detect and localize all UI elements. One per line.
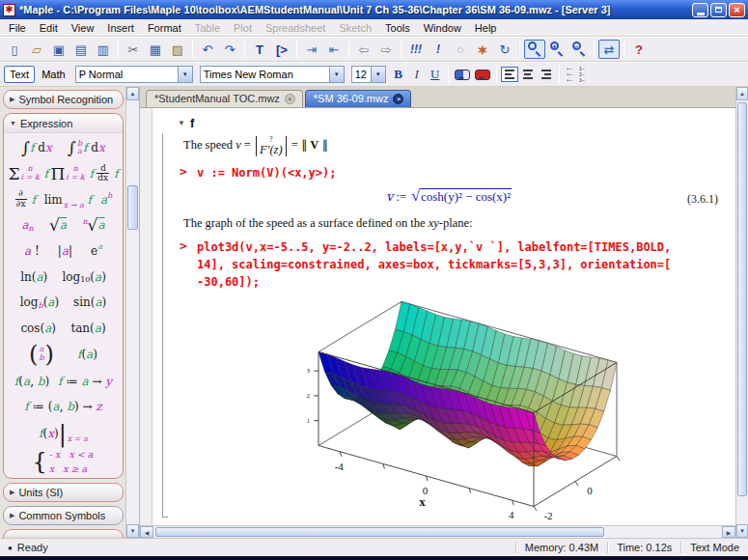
- close-button[interactable]: ×: [729, 3, 745, 17]
- sidebar-scrollbar[interactable]: ▲ ▼: [125, 87, 139, 538]
- tab-studentmanual-toc[interactable]: *StudentManual TOC.mwz×: [146, 90, 303, 107]
- scroll-thumb[interactable]: [127, 185, 138, 230]
- scroll-down-icon[interactable]: ▼: [736, 524, 748, 538]
- panel-expression[interactable]: ▼Expression: [4, 114, 123, 133]
- menu-tools[interactable]: Tools: [378, 21, 417, 35]
- palette-item[interactable]: f(a): [77, 348, 97, 361]
- palette-item[interactable]: ∫baf dx: [68, 138, 105, 157]
- palette-item[interactable]: f(x)|x = a: [39, 420, 88, 447]
- tab-sm-36-09[interactable]: *SM 36-09.mwz×: [305, 90, 412, 107]
- italic-button[interactable]: I: [408, 66, 426, 83]
- insert-maple-input-icon[interactable]: [>: [271, 40, 292, 59]
- close-icon[interactable]: ×: [393, 94, 403, 104]
- menu-file[interactable]: File: [2, 21, 33, 35]
- menu-edit[interactable]: Edit: [33, 21, 65, 35]
- align-center-button[interactable]: [519, 67, 537, 82]
- outdent-icon[interactable]: ⇤: [323, 40, 345, 59]
- panel-common-symbols[interactable]: ▶Common Symbols: [3, 506, 124, 525]
- menu-window[interactable]: Window: [417, 21, 468, 35]
- document[interactable]: ▼ f The speed v = ?F′(z) = ∥ V ∥ > v := …: [152, 108, 735, 525]
- palette-item[interactable]: n√a: [82, 215, 104, 235]
- plot3d-surface[interactable]: -404-20123x: [251, 296, 685, 526]
- zoom-out-icon[interactable]: −: [568, 40, 590, 59]
- zoom-100-icon[interactable]: [524, 40, 545, 59]
- menu-view[interactable]: View: [65, 21, 101, 35]
- speed-paragraph[interactable]: The speed v = ?F′(z) = ∥ V ∥: [183, 136, 720, 156]
- palette-item[interactable]: ea: [91, 244, 102, 258]
- redo-icon[interactable]: ↷: [219, 40, 240, 59]
- palette-item[interactable]: ∂∂x f: [14, 189, 36, 210]
- math-mode-button[interactable]: Math: [36, 66, 70, 83]
- numbered-list-button[interactable]: 1— 2— 3—: [576, 65, 588, 85]
- panel-units-si[interactable]: ▶Units (SI): [3, 483, 124, 502]
- bullet-list-button[interactable]: •— •— •—: [564, 65, 575, 85]
- font-size-select[interactable]: 12▼: [351, 66, 386, 83]
- back-icon[interactable]: ⇦: [353, 40, 374, 59]
- palette-item[interactable]: f ≔ (a, b) → z: [24, 400, 101, 413]
- panel-partial[interactable]: [3, 529, 124, 538]
- menu-insert[interactable]: Insert: [100, 21, 141, 35]
- scroll-down-icon[interactable]: ▼: [126, 524, 139, 538]
- insert-text-icon[interactable]: T: [249, 40, 270, 59]
- maple-input-2[interactable]: > plot3d(v,x=-5..5, y=-2..2, labels=[x,y…: [180, 238, 720, 291]
- text-mode-button[interactable]: Text: [4, 66, 35, 83]
- palette-item[interactable]: sin(a): [73, 295, 106, 309]
- palette-item[interactable]: |a|: [58, 244, 72, 258]
- forward-icon[interactable]: ⇨: [375, 40, 397, 59]
- save-icon[interactable]: ▣: [48, 40, 69, 59]
- palette-item[interactable]: ∫f dx: [21, 138, 52, 157]
- close-icon[interactable]: ×: [285, 94, 295, 104]
- font-select[interactable]: Times New Roman▼: [200, 66, 345, 83]
- minimize-button[interactable]: [692, 3, 708, 17]
- menu-format[interactable]: Format: [141, 21, 188, 35]
- palette-item[interactable]: a !: [24, 244, 40, 258]
- palette-item[interactable]: cos(a): [20, 322, 56, 335]
- palette-item[interactable]: {- x x < ax x ≥ a: [33, 447, 95, 476]
- palette-item[interactable]: limx → a f: [44, 193, 92, 207]
- execute-worksheet-icon[interactable]: !!!: [405, 40, 427, 59]
- panel-symbol-recognition[interactable]: ▶Symbol Recognition: [3, 90, 124, 109]
- annotation-bubble-icon[interactable]: [475, 70, 490, 80]
- section-collapse-icon[interactable]: ▼: [178, 119, 185, 127]
- palette-item[interactable]: Πni = k f: [51, 164, 94, 183]
- help-context-icon[interactable]: ?: [628, 40, 650, 59]
- palette-item[interactable]: f ≔ a → y: [58, 375, 112, 388]
- paste-icon[interactable]: ▨: [167, 40, 188, 59]
- palette-item[interactable]: √a: [49, 215, 67, 235]
- cut-icon[interactable]: ✂: [123, 40, 144, 59]
- interrupt-icon[interactable]: ○: [450, 40, 471, 59]
- zoom-in-icon[interactable]: +: [546, 40, 568, 59]
- horizontal-scrollbar[interactable]: ◀ ▶: [140, 525, 735, 538]
- style-select[interactable]: P Normal▼: [75, 66, 193, 83]
- debug-icon[interactable]: ∗: [472, 40, 493, 59]
- maple-input-1[interactable]: > v := Norm(V)(<x,y>);: [180, 164, 720, 182]
- restart-icon[interactable]: ↻: [494, 40, 515, 59]
- palette-item[interactable]: f(a, b): [14, 375, 49, 388]
- print-icon[interactable]: ▤: [70, 40, 92, 59]
- palette-item[interactable]: ln(a): [20, 270, 47, 284]
- indent-icon[interactable]: ⇥: [301, 40, 322, 59]
- palette-item[interactable]: log10(a): [62, 270, 105, 284]
- titlebar[interactable]: ✱ *Maple - C:\Program Files\Maple 10\too…: [0, 0, 748, 19]
- print-preview-icon[interactable]: ▥: [93, 40, 114, 59]
- toggle-worksheet-tabs-icon[interactable]: ⇄: [598, 40, 620, 59]
- palette-item[interactable]: ab: [100, 193, 112, 207]
- palette-item[interactable]: (ab): [29, 341, 54, 368]
- align-left-button[interactable]: [501, 67, 518, 82]
- align-right-button[interactable]: [538, 67, 555, 82]
- worksheet-scrollbar[interactable]: ▲ ▼: [735, 87, 748, 538]
- bold-button[interactable]: B: [390, 66, 407, 83]
- palette-item[interactable]: an: [21, 218, 33, 232]
- underline-button[interactable]: U: [427, 66, 444, 83]
- palette-item[interactable]: logb(a): [20, 295, 59, 309]
- open-file-icon[interactable]: ▱: [26, 40, 47, 59]
- scroll-right-icon[interactable]: ▶: [722, 526, 735, 538]
- new-document-icon[interactable]: ▯: [4, 40, 25, 59]
- scroll-up-icon[interactable]: ▲: [126, 87, 139, 100]
- restore-button[interactable]: [710, 3, 727, 17]
- palette-item[interactable]: ddx f: [96, 164, 118, 184]
- comment-bubble-icon[interactable]: [455, 70, 470, 80]
- scroll-thumb[interactable]: [155, 527, 604, 537]
- palette-item[interactable]: Σni = k f: [9, 164, 49, 183]
- scroll-thumb[interactable]: [737, 102, 747, 496]
